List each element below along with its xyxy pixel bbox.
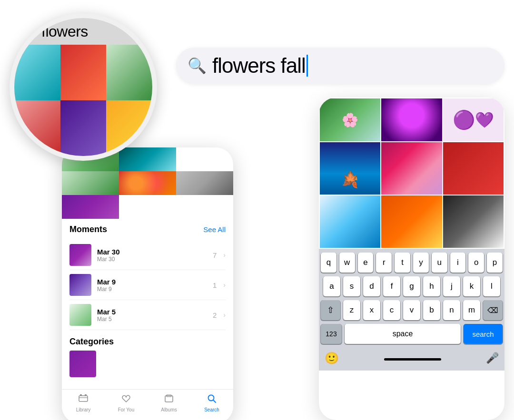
- categories-title: Categories: [69, 337, 226, 347]
- right-photo-3: 🟣: [443, 98, 504, 141]
- magnifier-content: 🔍 flowers: [14, 18, 152, 156]
- right-photo-8: [381, 195, 442, 248]
- big-search-value: flowers fall: [212, 54, 306, 78]
- key-c[interactable]: c: [383, 300, 400, 320]
- left-photo-purple: [62, 195, 119, 219]
- tab-library[interactable]: Library: [62, 393, 105, 412]
- left-phone: Moments See All Mar 30 Mar 30 7 › Mar 9 …: [62, 147, 233, 420]
- tab-search-label: Search: [204, 407, 219, 412]
- moment-chevron-3: ›: [223, 311, 226, 319]
- svg-rect-0: [79, 396, 88, 401]
- moment-thumb-2: [69, 274, 91, 296]
- magnifier-photos: [14, 45, 152, 156]
- keyboard-row-3: ⇧ z x c v b n m ⌫: [321, 300, 503, 320]
- key-search-label: search: [472, 330, 494, 338]
- key-y[interactable]: y: [413, 253, 429, 273]
- text-cursor: [306, 55, 308, 77]
- right-photo-7: [320, 195, 380, 248]
- key-m[interactable]: m: [463, 300, 480, 320]
- big-search-icon: 🔍: [188, 57, 207, 75]
- key-q[interactable]: q: [321, 253, 336, 273]
- key-g[interactable]: g: [403, 276, 420, 296]
- key-space[interactable]: space: [345, 324, 461, 344]
- key-i[interactable]: i: [450, 253, 466, 273]
- moment-thumb-3: [69, 304, 91, 326]
- for-you-icon: [121, 393, 131, 406]
- key-s[interactable]: s: [343, 276, 360, 296]
- key-delete[interactable]: ⌫: [483, 300, 503, 320]
- category-thumb-row: [69, 351, 226, 377]
- see-all-button[interactable]: See All: [203, 225, 226, 234]
- key-k[interactable]: k: [463, 276, 480, 296]
- key-u[interactable]: u: [432, 253, 447, 273]
- moments-title: Moments: [69, 225, 107, 234]
- keyboard-emoji-mic-row: 🙂 🎤: [321, 348, 503, 369]
- tab-for-you[interactable]: For You: [105, 393, 148, 412]
- category-thumb-1: [69, 351, 96, 377]
- key-b[interactable]: b: [423, 300, 440, 320]
- moment-date-main-2: Mar 9: [97, 278, 207, 286]
- moment-chevron-1: ›: [223, 251, 226, 259]
- right-photo-5: [381, 142, 442, 195]
- mic-button[interactable]: 🎤: [486, 352, 499, 364]
- right-phone: 🟣 🍂 q w e r t y u i o p a s d f: [319, 98, 504, 420]
- magnifier-photo-5: [60, 100, 107, 156]
- key-r[interactable]: r: [376, 253, 392, 273]
- moment-date-main-1: Mar 30: [97, 248, 207, 256]
- key-t[interactable]: t: [395, 253, 410, 273]
- right-photo-1: [320, 98, 380, 141]
- keyboard-row-1: q w e r t y u i o p: [321, 253, 503, 273]
- key-f[interactable]: f: [383, 276, 400, 296]
- key-d[interactable]: d: [363, 276, 380, 296]
- key-z[interactable]: z: [343, 300, 360, 320]
- moment-date-main-3: Mar 5: [97, 308, 207, 316]
- home-indicator: [384, 358, 441, 361]
- left-photo-3: [62, 171, 119, 195]
- right-photo-2: [381, 98, 442, 141]
- svg-rect-1: [80, 394, 82, 396]
- key-shift[interactable]: ⇧: [321, 300, 340, 320]
- key-o[interactable]: o: [468, 253, 484, 273]
- tab-for-you-label: For You: [118, 407, 134, 412]
- key-w[interactable]: w: [339, 253, 355, 273]
- key-123-label: 123: [326, 330, 336, 338]
- tab-search[interactable]: Search: [190, 393, 233, 412]
- key-h[interactable]: h: [423, 276, 440, 296]
- tab-albums[interactable]: Albums: [148, 393, 190, 412]
- tab-bar: Library For You Albums Search: [62, 389, 233, 420]
- magnifier-photo-1: [14, 45, 60, 100]
- moment-count-2: 1: [213, 281, 217, 289]
- moment-row-1[interactable]: Mar 30 Mar 30 7 ›: [69, 240, 226, 270]
- big-search-text: flowers fall: [212, 54, 308, 78]
- svg-rect-2: [85, 394, 87, 396]
- moment-row-2[interactable]: Mar 9 Mar 9 1 ›: [69, 270, 226, 300]
- magnifier-search-bar: 🔍 flowers: [14, 18, 152, 45]
- key-a[interactable]: a: [323, 276, 340, 296]
- key-e[interactable]: e: [358, 253, 374, 273]
- moment-count-1: 7: [213, 251, 217, 259]
- big-search-bar[interactable]: 🔍 flowers fall: [176, 48, 504, 84]
- key-v[interactable]: v: [403, 300, 420, 320]
- moment-date-sub-2: Mar 9: [97, 286, 207, 293]
- moment-info-3: Mar 5 Mar 5: [97, 308, 207, 322]
- moment-row-3[interactable]: Mar 5 Mar 5 2 ›: [69, 300, 226, 330]
- key-l[interactable]: l: [483, 276, 500, 296]
- key-x[interactable]: x: [363, 300, 380, 320]
- magnifier-photo-4: [14, 100, 60, 156]
- right-photo-9: [443, 195, 504, 248]
- albums-icon: [164, 393, 174, 406]
- key-n[interactable]: n: [443, 300, 460, 320]
- key-j[interactable]: j: [443, 276, 460, 296]
- keyboard-row-2: a s d f g h j k l: [321, 276, 503, 296]
- key-search[interactable]: search: [464, 324, 503, 344]
- key-space-label: space: [393, 330, 413, 338]
- key-p[interactable]: p: [487, 253, 503, 273]
- right-photo-4: 🍂: [320, 142, 380, 195]
- moments-header: Moments See All: [69, 225, 226, 234]
- moment-count-3: 2: [213, 311, 217, 319]
- moment-info-2: Mar 9 Mar 9: [97, 278, 207, 293]
- emoji-button[interactable]: 🙂: [325, 352, 339, 365]
- moment-date-sub-3: Mar 5: [97, 316, 207, 322]
- key-123[interactable]: 123: [321, 324, 342, 344]
- tab-library-label: Library: [76, 407, 91, 412]
